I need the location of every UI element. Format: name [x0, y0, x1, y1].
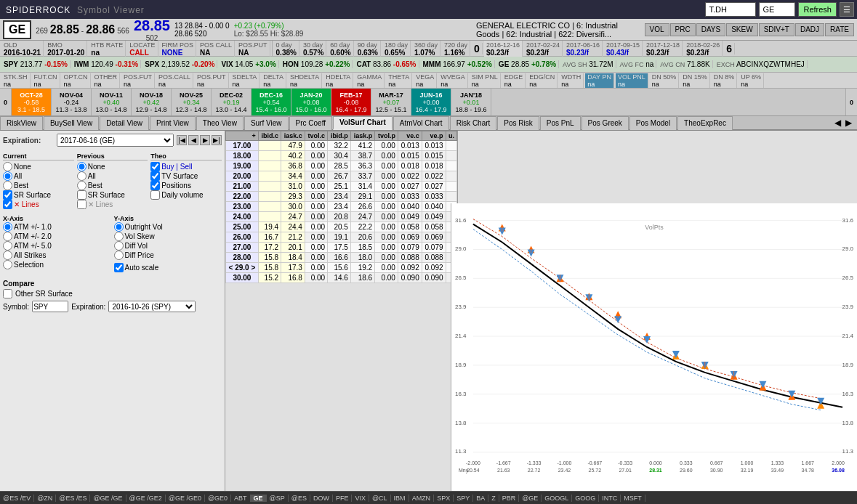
prev-none[interactable]: None: [77, 162, 148, 171]
table-row[interactable]: 25.00 19.4 24.4 0.00 20.5 22.2 0.00 0.05…: [226, 222, 457, 232]
table-row[interactable]: 18.00 40.2 0.00 30.4 38.7 0.00 0.015 0.0…: [226, 151, 457, 161]
nav-prev-arrow[interactable]: ◀: [188, 135, 198, 145]
tab-buysell[interactable]: BuySell View: [44, 116, 99, 130]
tab-prc[interactable]: PRC: [670, 23, 696, 36]
x-sel[interactable]: Selection: [3, 260, 111, 269]
autoscale[interactable]: Auto scale: [114, 263, 222, 272]
exp-feb17[interactable]: FEB-17 -0.08 16.4 - 17.9: [331, 89, 371, 115]
tab-sdiv[interactable]: SDIV+T: [759, 23, 794, 36]
y-diffvol[interactable]: Diff Vol: [114, 241, 222, 251]
y-outvol-radio[interactable]: [114, 222, 124, 232]
refresh-button[interactable]: Refresh: [798, 2, 837, 17]
tab-days[interactable]: DAYS: [696, 23, 726, 36]
table-row[interactable]: 21.00 31.0 0.00 25.1 31.4 0.00 0.027 0.0…: [226, 182, 457, 192]
bottom-pbr[interactable]: PBR: [499, 495, 520, 502]
bottom-ge-ge2[interactable]: @GE /GE2: [126, 495, 166, 502]
tab-posmodel[interactable]: Pos Model: [629, 116, 677, 130]
y-diffvol-radio[interactable]: [114, 241, 124, 251]
table-row[interactable]: 28.00 15.8 18.4 0.00 16.6 18.0 0.00 0.08…: [226, 253, 457, 263]
other-sr-label[interactable]: Other SR Surface: [3, 289, 222, 298]
tab-vol[interactable]: VOL: [645, 23, 669, 36]
exp-nov11[interactable]: NOV-11 +0.40 13.0 - 14.8: [92, 89, 132, 115]
current-lines-check[interactable]: [3, 200, 12, 209]
bottom-cl[interactable]: @CL: [369, 495, 391, 502]
prev-best-radio[interactable]: [77, 181, 86, 190]
prev-none-radio[interactable]: [77, 162, 86, 171]
prev-best[interactable]: Best: [77, 181, 148, 190]
expiration-compare-select[interactable]: 2016-10-26 (SPY): [108, 301, 196, 312]
bottom-abt[interactable]: ABT: [231, 495, 251, 502]
x-atm1[interactable]: ATM +/- 1.0: [3, 222, 111, 232]
menu-button[interactable]: ☰: [840, 2, 854, 17]
exp-jun16[interactable]: JUN-16 +0.00 16.4 - 17.9: [411, 89, 451, 115]
tab-atmvol[interactable]: AtmVol Chart: [393, 116, 449, 130]
bottom-spy[interactable]: SPY: [454, 495, 473, 502]
table-row[interactable]: 30.00 15.2 16.8 0.00 14.6 18.6 0.00 0.09…: [226, 273, 457, 283]
bottom-es-ev[interactable]: @ES /EV: [0, 495, 34, 502]
theo-daily-vol[interactable]: Daily volume: [150, 190, 222, 200]
theo-tv[interactable]: TV Surface: [150, 171, 222, 181]
nav-left-arrow[interactable]: |◀: [177, 135, 187, 145]
tab-right-arrow[interactable]: ▶: [843, 118, 854, 128]
current-best[interactable]: Best: [3, 181, 74, 190]
bottom-spx[interactable]: SPX: [434, 495, 454, 502]
tab-rate[interactable]: RATE: [825, 23, 854, 36]
tab-risk[interactable]: Risk Chart: [450, 116, 497, 130]
table-row[interactable]: 17.00 47.9 0.00 32.2 41.2 0.00 0.013 0.0…: [226, 141, 457, 151]
y-diffprice[interactable]: Diff Price: [114, 251, 222, 260]
tab-dadj[interactable]: DADJ: [795, 23, 824, 36]
tab-pospnl[interactable]: Pos PnL: [540, 116, 581, 130]
bottom-ba[interactable]: BA: [473, 495, 488, 502]
prev-all[interactable]: All: [77, 171, 148, 181]
tab-riskview[interactable]: RiskView: [0, 116, 43, 130]
bottom-ge[interactable]: GE: [251, 495, 267, 502]
table-row[interactable]: 20.00 34.4 0.00 26.7 33.7 0.00 0.022 0.0…: [226, 171, 457, 182]
tab-skew[interactable]: SKEW: [726, 23, 757, 36]
x-sel-radio[interactable]: [3, 260, 12, 269]
current-none[interactable]: None: [3, 162, 74, 171]
exp-nov04[interactable]: NOV-04 -0.24 11.3 - 13.8: [52, 89, 92, 115]
tab-volsurf[interactable]: VolSurf Chart: [333, 116, 393, 130]
theo-buy-sell-check[interactable]: [150, 162, 160, 171]
bottom-intc[interactable]: INTC: [599, 495, 621, 502]
theo-buy-sell[interactable]: Buy | Sell: [150, 162, 222, 171]
theo-daily-vol-check[interactable]: [150, 190, 160, 200]
autoscale-check[interactable]: [114, 263, 124, 272]
current-sr-check[interactable]: [3, 190, 12, 200]
tab-left-arrow[interactable]: ◀: [832, 118, 843, 128]
y-outvol[interactable]: Outright Vol: [114, 222, 222, 232]
bottom-ge-ge0[interactable]: @GE /GE0: [166, 495, 205, 502]
search-input-2[interactable]: [759, 2, 795, 17]
table-row[interactable]: 19.00 36.8 0.00 28.5 36.3 0.00 0.018 0.0…: [226, 161, 457, 171]
exp-nov25[interactable]: NOV-25 +0.34 12.3 - 14.8: [172, 89, 212, 115]
prev-sr-check[interactable]: [77, 190, 86, 200]
bottom-ibm[interactable]: IBM: [391, 495, 409, 502]
bottom-z[interactable]: Z: [488, 495, 499, 502]
bottom-msft[interactable]: MSFT: [621, 495, 645, 502]
x-all[interactable]: All Strikes: [3, 251, 111, 260]
tab-surf[interactable]: Surf View: [244, 116, 289, 130]
exp-mar17[interactable]: MAR-17 +0.07 12.5 - 15.1: [371, 89, 411, 115]
table-row[interactable]: 23.00 30.0 0.00 23.4 26.6 0.00 0.040 0.0…: [226, 202, 457, 212]
exp-nov18[interactable]: NOV-18 +0.42 12.9 - 14.8: [132, 89, 172, 115]
bottom-ge0[interactable]: @GE0: [205, 495, 231, 502]
y-volskew-radio[interactable]: [114, 232, 124, 241]
bottom-goog[interactable]: GOOG: [572, 495, 599, 502]
prev-lines-check[interactable]: [77, 200, 86, 209]
prev-sr[interactable]: SR Surface: [77, 190, 148, 200]
x-atm5[interactable]: ATM +/- 5.0: [3, 241, 111, 251]
tab-theoexprec[interactable]: TheoExpRec: [677, 116, 733, 130]
y-volskew[interactable]: Vol Skew: [114, 232, 222, 241]
bottom-es-es[interactable]: @ES /ES: [56, 495, 90, 502]
x-all-radio[interactable]: [3, 251, 12, 260]
prev-all-radio[interactable]: [77, 171, 86, 181]
exp-oct28[interactable]: OCT-28 -0.58 3.1 - 18.5: [12, 89, 52, 115]
bottom-zn[interactable]: @ZN: [34, 495, 56, 502]
current-all[interactable]: All: [3, 171, 74, 181]
tab-prccoeff[interactable]: Prc Coeff: [289, 116, 333, 130]
current-none-radio[interactable]: [3, 162, 12, 171]
bottom-pfe[interactable]: PFE: [333, 495, 353, 502]
exp-jan18[interactable]: JAN'18 +0.01 18.8 - 19.6: [451, 89, 491, 115]
x-atm1-radio[interactable]: [3, 222, 12, 232]
theo-tv-check[interactable]: [150, 171, 160, 181]
